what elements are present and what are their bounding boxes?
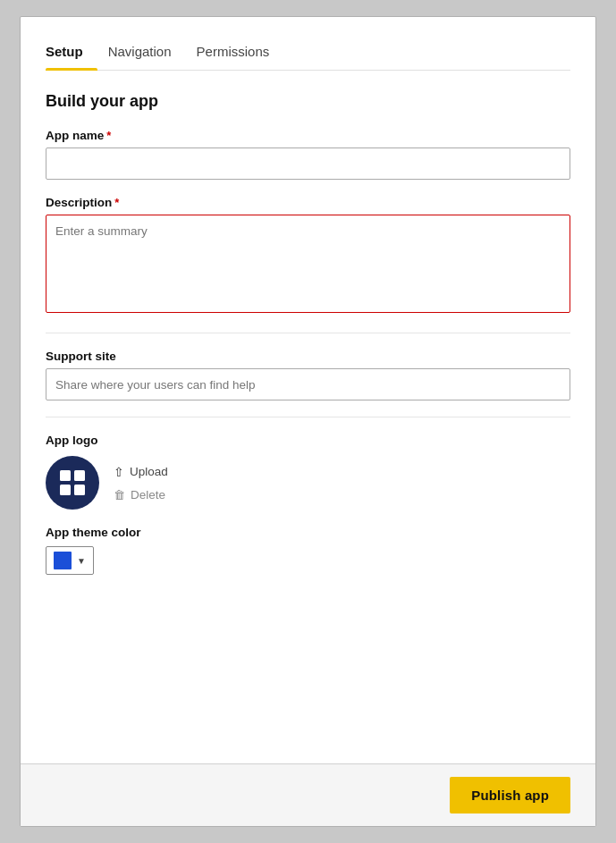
description-textarea[interactable]: [46, 215, 570, 313]
description-label: Description *: [46, 196, 570, 209]
app-name-required: *: [106, 129, 111, 142]
panel: Setup Navigation Permissions Build your …: [20, 16, 596, 827]
tab-permissions[interactable]: Permissions: [193, 35, 284, 70]
logo-row: ⇧ Upload 🗑 Delete: [46, 456, 570, 510]
chevron-down-icon: ▼: [77, 556, 86, 566]
publish-app-button[interactable]: Publish app: [450, 777, 570, 813]
tab-navigation[interactable]: Navigation: [105, 35, 186, 70]
svg-rect-1: [74, 470, 85, 481]
app-name-input[interactable]: [46, 148, 570, 180]
support-site-input[interactable]: [46, 368, 570, 400]
tabs: Setup Navigation Permissions: [46, 35, 570, 71]
app-logo-preview: [46, 456, 99, 510]
svg-rect-2: [60, 485, 71, 495]
theme-color-section: App theme color ▼: [46, 526, 570, 575]
support-site-field-group: Support site: [46, 350, 570, 400]
outer-container: Setup Navigation Permissions Build your …: [0, 0, 616, 843]
svg-rect-0: [60, 470, 71, 481]
tab-setup[interactable]: Setup: [46, 35, 97, 70]
color-picker-row: ▼: [46, 546, 570, 575]
svg-rect-3: [74, 485, 85, 495]
app-logo-section: App logo ⇧ Upload: [46, 434, 570, 510]
app-logo-icon: [58, 468, 87, 497]
logo-actions: ⇧ Upload 🗑 Delete: [114, 463, 168, 503]
theme-color-label: App theme color: [46, 526, 570, 539]
delete-button[interactable]: 🗑 Delete: [114, 486, 168, 503]
panel-footer: Publish app: [21, 763, 595, 826]
color-picker-button[interactable]: ▼: [46, 546, 94, 575]
app-name-field-group: App name *: [46, 129, 570, 180]
description-field-group: Description *: [46, 196, 570, 316]
delete-icon: 🗑: [114, 488, 125, 502]
panel-content: Setup Navigation Permissions Build your …: [21, 17, 595, 763]
app-name-label: App name *: [46, 129, 570, 142]
section-title: Build your app: [46, 92, 570, 111]
divider-2: [46, 417, 570, 417]
upload-button[interactable]: ⇧ Upload: [114, 463, 168, 481]
divider-1: [46, 333, 570, 333]
description-required: *: [114, 196, 119, 209]
upload-icon: ⇧: [114, 465, 124, 479]
color-swatch: [54, 552, 72, 569]
app-logo-label: App logo: [46, 434, 570, 447]
support-site-label: Support site: [46, 350, 570, 363]
